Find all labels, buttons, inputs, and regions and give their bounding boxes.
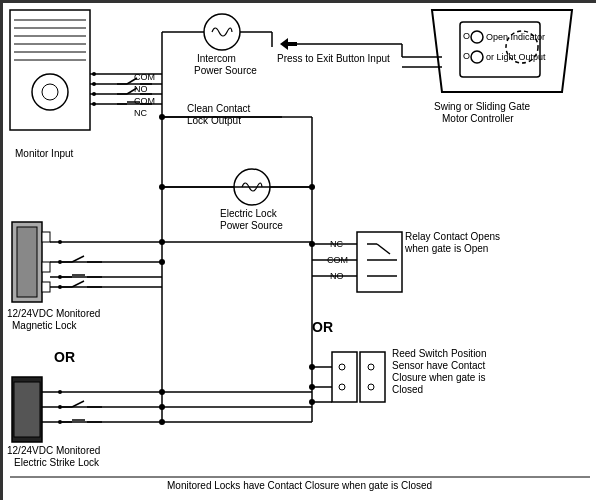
svg-text:or Light Output: or Light Output [486,52,546,62]
svg-text:Magnetic Lock: Magnetic Lock [12,320,77,331]
svg-text:COM: COM [134,72,155,82]
svg-text:12/24VDC Monitored: 12/24VDC Monitored [7,308,100,319]
svg-point-9 [42,84,58,100]
svg-point-139 [368,384,374,390]
svg-text:12/24VDC Monitored: 12/24VDC Monitored [7,445,100,456]
svg-rect-111 [357,232,402,292]
svg-point-98 [471,31,483,43]
svg-text:Monitored Locks have Contact C: Monitored Locks have Contact Closure whe… [167,480,432,491]
svg-point-99 [471,51,483,63]
svg-point-20 [204,14,240,50]
svg-text:when gate is Open: when gate is Open [404,243,488,254]
svg-text:OR: OR [54,349,75,365]
svg-text:Clean Contact: Clean Contact [187,103,251,114]
svg-text:Power Source: Power Source [194,65,257,76]
svg-point-143 [309,364,315,370]
svg-rect-54 [42,232,50,242]
svg-point-75 [159,259,165,265]
svg-text:Monitor Input: Monitor Input [15,148,74,159]
svg-point-137 [339,384,345,390]
svg-rect-134 [332,352,357,402]
svg-point-145 [309,399,315,405]
svg-rect-135 [360,352,385,402]
svg-text:Open Indicator: Open Indicator [486,32,545,42]
svg-text:Electric Lock: Electric Lock [220,208,278,219]
svg-text:O: O [463,51,470,61]
svg-text:O: O [463,31,470,41]
svg-text:Relay Contact Opens: Relay Contact Opens [405,231,500,242]
svg-point-138 [368,364,374,370]
svg-text:Motor Controller: Motor Controller [442,113,514,124]
svg-rect-53 [17,227,37,297]
svg-text:Swing or Sliding Gate: Swing or Sliding Gate [434,101,531,112]
svg-text:Power Source: Power Source [220,220,283,231]
svg-text:NC: NC [134,108,147,118]
wiring-diagram: Monitor Input Intercom Power Source Pres… [0,0,596,500]
svg-text:Closed: Closed [392,384,423,395]
svg-text:Reed Switch Position: Reed Switch Position [392,348,487,359]
svg-text:Sensor have Contact: Sensor have Contact [392,360,486,371]
svg-text:Intercom: Intercom [197,53,236,64]
svg-rect-56 [42,282,50,292]
svg-rect-80 [14,382,40,437]
svg-point-155 [159,389,165,395]
svg-text:Closure when gate is: Closure when gate is [392,372,485,383]
svg-point-136 [339,364,345,370]
svg-point-144 [309,384,315,390]
svg-text:OR: OR [312,319,333,335]
svg-text:Electric Strike Lock: Electric Strike Lock [14,457,100,468]
svg-rect-55 [42,262,50,272]
svg-text:Press to Exit Button Input: Press to Exit Button Input [277,53,390,64]
